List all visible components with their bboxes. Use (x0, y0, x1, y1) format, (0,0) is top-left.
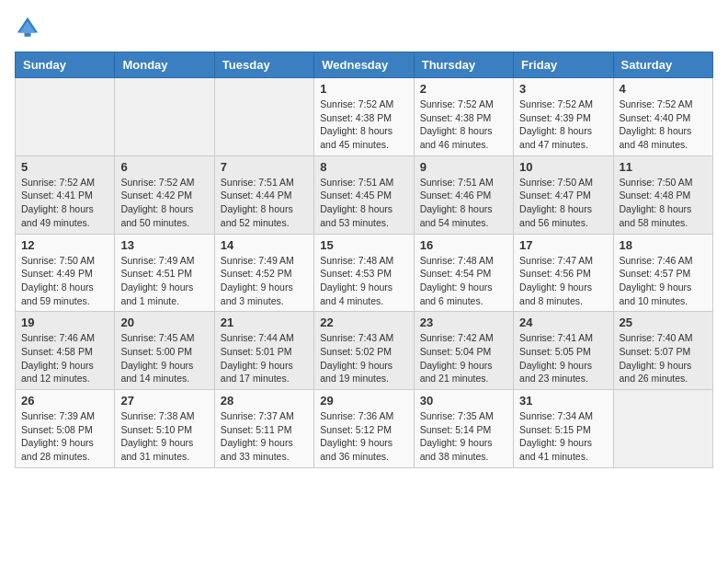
day-info: Sunrise: 7:48 AM Sunset: 4:53 PM Dayligh… (320, 254, 407, 308)
day-info: Sunrise: 7:51 AM Sunset: 4:44 PM Dayligh… (221, 176, 308, 230)
calendar-week-1: 1Sunrise: 7:52 AM Sunset: 4:38 PM Daylig… (16, 78, 713, 156)
calendar-day-1: 1Sunrise: 7:52 AM Sunset: 4:38 PM Daylig… (314, 78, 414, 156)
calendar-day-17: 17Sunrise: 7:47 AM Sunset: 4:56 PM Dayli… (514, 234, 613, 312)
calendar-day-13: 13Sunrise: 7:49 AM Sunset: 4:51 PM Dayli… (115, 234, 214, 312)
day-number: 8 (320, 160, 407, 174)
day-number: 12 (21, 238, 108, 252)
day-number: 31 (519, 394, 607, 408)
day-number: 16 (420, 238, 507, 252)
page-header (15, 15, 713, 40)
header-monday: Monday (115, 52, 214, 78)
day-info: Sunrise: 7:51 AM Sunset: 4:46 PM Dayligh… (420, 176, 507, 230)
calendar-day-11: 11Sunrise: 7:50 AM Sunset: 4:48 PM Dayli… (613, 155, 712, 234)
day-info: Sunrise: 7:51 AM Sunset: 4:45 PM Dayligh… (320, 176, 407, 230)
calendar-day-24: 24Sunrise: 7:41 AM Sunset: 5:05 PM Dayli… (514, 312, 613, 390)
header-wednesday: Wednesday (314, 52, 414, 78)
calendar-day-20: 20Sunrise: 7:45 AM Sunset: 5:00 PM Dayli… (115, 312, 214, 390)
day-number: 7 (221, 160, 308, 174)
day-number: 24 (519, 316, 607, 329)
day-number: 17 (519, 238, 607, 252)
calendar-day-28: 28Sunrise: 7:37 AM Sunset: 5:11 PM Dayli… (214, 390, 313, 468)
calendar-table: SundayMondayTuesdayWednesdayThursdayFrid… (15, 52, 713, 468)
day-info: Sunrise: 7:46 AM Sunset: 4:58 PM Dayligh… (21, 331, 108, 385)
day-number: 19 (21, 316, 108, 329)
day-info: Sunrise: 7:47 AM Sunset: 4:56 PM Dayligh… (519, 254, 607, 308)
day-info: Sunrise: 7:52 AM Sunset: 4:42 PM Dayligh… (120, 176, 208, 230)
day-info: Sunrise: 7:42 AM Sunset: 5:04 PM Dayligh… (420, 331, 507, 385)
calendar-day-18: 18Sunrise: 7:46 AM Sunset: 4:57 PM Dayli… (613, 234, 712, 312)
header-sunday: Sunday (16, 52, 115, 78)
calendar-day-16: 16Sunrise: 7:48 AM Sunset: 4:54 PM Dayli… (414, 234, 513, 312)
header-friday: Friday (514, 52, 613, 78)
day-info: Sunrise: 7:50 AM Sunset: 4:47 PM Dayligh… (519, 176, 607, 230)
empty-cell (115, 78, 214, 156)
header-saturday: Saturday (613, 52, 712, 78)
day-number: 13 (120, 238, 208, 252)
day-info: Sunrise: 7:38 AM Sunset: 5:10 PM Dayligh… (120, 409, 208, 464)
calendar-week-4: 19Sunrise: 7:46 AM Sunset: 4:58 PM Dayli… (16, 312, 713, 390)
calendar-header-row: SundayMondayTuesdayWednesdayThursdayFrid… (16, 52, 713, 78)
day-info: Sunrise: 7:45 AM Sunset: 5:00 PM Dayligh… (120, 331, 208, 385)
day-info: Sunrise: 7:52 AM Sunset: 4:38 PM Dayligh… (320, 98, 407, 152)
calendar-day-5: 5Sunrise: 7:52 AM Sunset: 4:41 PM Daylig… (16, 155, 115, 234)
calendar-day-14: 14Sunrise: 7:49 AM Sunset: 4:52 PM Dayli… (214, 234, 313, 312)
empty-cell (214, 78, 313, 156)
day-number: 28 (221, 394, 308, 408)
day-info: Sunrise: 7:44 AM Sunset: 5:01 PM Dayligh… (221, 331, 308, 385)
calendar-day-21: 21Sunrise: 7:44 AM Sunset: 5:01 PM Dayli… (214, 312, 313, 390)
empty-cell (613, 390, 712, 468)
svg-rect-2 (25, 33, 31, 37)
day-number: 22 (320, 316, 407, 329)
logo-icon (15, 15, 40, 40)
day-info: Sunrise: 7:50 AM Sunset: 4:49 PM Dayligh… (21, 254, 108, 308)
day-info: Sunrise: 7:50 AM Sunset: 4:48 PM Dayligh… (620, 176, 707, 230)
day-info: Sunrise: 7:41 AM Sunset: 5:05 PM Dayligh… (519, 331, 607, 385)
calendar-day-25: 25Sunrise: 7:40 AM Sunset: 5:07 PM Dayli… (613, 312, 712, 390)
calendar-day-29: 29Sunrise: 7:36 AM Sunset: 5:12 PM Dayli… (314, 390, 414, 468)
day-number: 10 (519, 160, 607, 174)
day-number: 29 (320, 394, 407, 408)
day-number: 6 (120, 160, 208, 174)
empty-cell (16, 78, 115, 156)
calendar-day-15: 15Sunrise: 7:48 AM Sunset: 4:53 PM Dayli… (314, 234, 414, 312)
day-number: 30 (420, 394, 507, 408)
day-info: Sunrise: 7:52 AM Sunset: 4:39 PM Dayligh… (519, 98, 607, 152)
calendar-day-31: 31Sunrise: 7:34 AM Sunset: 5:15 PM Dayli… (514, 390, 613, 468)
day-number: 23 (420, 316, 507, 329)
day-number: 20 (120, 316, 208, 329)
calendar-day-4: 4Sunrise: 7:52 AM Sunset: 4:40 PM Daylig… (613, 78, 712, 156)
day-number: 14 (221, 238, 308, 252)
calendar-week-5: 26Sunrise: 7:39 AM Sunset: 5:08 PM Dayli… (16, 390, 713, 468)
day-number: 4 (620, 82, 707, 96)
day-number: 21 (221, 316, 308, 329)
calendar-day-3: 3Sunrise: 7:52 AM Sunset: 4:39 PM Daylig… (514, 78, 613, 156)
day-info: Sunrise: 7:49 AM Sunset: 4:51 PM Dayligh… (120, 254, 208, 308)
day-number: 2 (420, 82, 507, 96)
day-number: 15 (320, 238, 407, 252)
calendar-week-3: 12Sunrise: 7:50 AM Sunset: 4:49 PM Dayli… (16, 234, 713, 312)
day-number: 11 (620, 160, 707, 174)
day-info: Sunrise: 7:36 AM Sunset: 5:12 PM Dayligh… (320, 409, 407, 464)
calendar-day-8: 8Sunrise: 7:51 AM Sunset: 4:45 PM Daylig… (314, 155, 414, 234)
calendar-day-2: 2Sunrise: 7:52 AM Sunset: 4:38 PM Daylig… (414, 78, 513, 156)
calendar-day-26: 26Sunrise: 7:39 AM Sunset: 5:08 PM Dayli… (16, 390, 115, 468)
day-number: 26 (21, 394, 108, 408)
calendar-day-6: 6Sunrise: 7:52 AM Sunset: 4:42 PM Daylig… (115, 155, 214, 234)
day-info: Sunrise: 7:52 AM Sunset: 4:40 PM Dayligh… (620, 98, 707, 152)
calendar-day-22: 22Sunrise: 7:43 AM Sunset: 5:02 PM Dayli… (314, 312, 414, 390)
calendar-day-23: 23Sunrise: 7:42 AM Sunset: 5:04 PM Dayli… (414, 312, 513, 390)
day-info: Sunrise: 7:43 AM Sunset: 5:02 PM Dayligh… (320, 331, 407, 385)
calendar-day-12: 12Sunrise: 7:50 AM Sunset: 4:49 PM Dayli… (16, 234, 115, 312)
day-info: Sunrise: 7:35 AM Sunset: 5:14 PM Dayligh… (420, 409, 507, 464)
day-number: 25 (620, 316, 707, 329)
day-info: Sunrise: 7:52 AM Sunset: 4:41 PM Dayligh… (21, 176, 108, 230)
calendar-day-19: 19Sunrise: 7:46 AM Sunset: 4:58 PM Dayli… (16, 312, 115, 390)
calendar-day-7: 7Sunrise: 7:51 AM Sunset: 4:44 PM Daylig… (214, 155, 313, 234)
day-info: Sunrise: 7:34 AM Sunset: 5:15 PM Dayligh… (519, 409, 607, 464)
calendar-day-30: 30Sunrise: 7:35 AM Sunset: 5:14 PM Dayli… (414, 390, 513, 468)
day-info: Sunrise: 7:48 AM Sunset: 4:54 PM Dayligh… (420, 254, 507, 308)
calendar-day-10: 10Sunrise: 7:50 AM Sunset: 4:47 PM Dayli… (514, 155, 613, 234)
day-number: 1 (320, 82, 407, 96)
day-info: Sunrise: 7:49 AM Sunset: 4:52 PM Dayligh… (221, 254, 308, 308)
day-number: 5 (21, 160, 108, 174)
